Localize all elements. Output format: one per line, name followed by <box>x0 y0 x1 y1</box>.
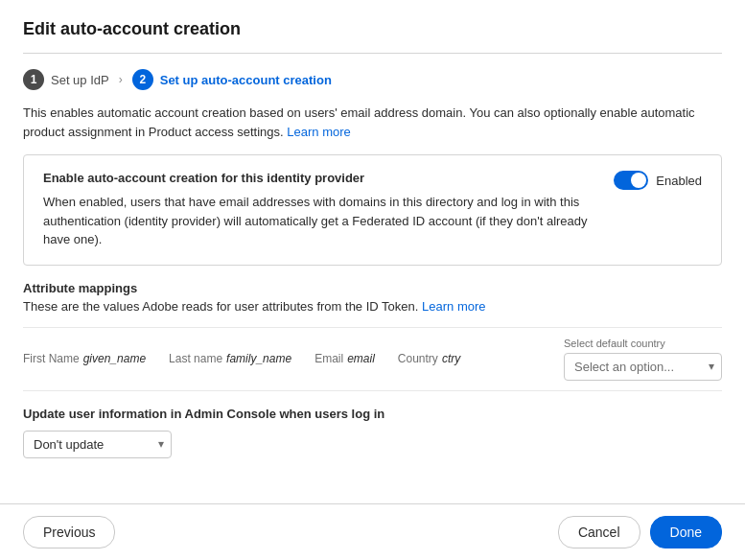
description-learn-more-link[interactable]: Learn more <box>287 125 350 139</box>
enable-toggle[interactable] <box>614 171 648 190</box>
attr-country-label: Country <box>398 352 438 365</box>
toggle-container: Enabled <box>614 171 702 190</box>
attr-email-label: Email <box>314 352 343 365</box>
step-1-circle: 1 <box>23 69 44 90</box>
page-title: Edit auto-account creation <box>23 19 722 39</box>
page-container: Edit auto-account creation 1 Set up IdP … <box>0 0 745 560</box>
toggle-label: Enabled <box>656 174 702 188</box>
attr-firstname-value: given_name <box>83 352 146 365</box>
country-select-label: Select default country <box>564 338 722 349</box>
attribute-mappings-section: Attribute mappings These are the values … <box>23 281 722 395</box>
country-select-group: Select default country Select an option.… <box>564 338 722 381</box>
attr-country-value: ctry <box>442 352 460 365</box>
step-2: 2 Set up auto-account creation <box>132 69 332 90</box>
step-2-circle: 2 <box>132 69 153 90</box>
enable-card-content: Enable auto-account creation for this id… <box>43 171 599 249</box>
attr-firstname: First Name given_name <box>23 352 146 365</box>
attribute-row: First Name given_name Last name family_n… <box>23 327 722 391</box>
attr-firstname-label: First Name <box>23 352 80 365</box>
cancel-button[interactable]: Cancel <box>558 516 640 548</box>
dont-update-select-wrapper: Don't update Update ▾ <box>23 431 172 458</box>
stepper-chevron-icon: › <box>119 73 123 86</box>
attribute-mappings-learn-more-link[interactable]: Learn more <box>422 299 485 314</box>
footer: Previous Cancel Done <box>0 503 745 560</box>
update-dropdown[interactable]: Don't update Update <box>23 431 172 458</box>
attribute-mappings-title: Attribute mappings <box>23 281 722 295</box>
step-1-label: Set up IdP <box>51 73 109 87</box>
update-section-title: Update user information in Admin Console… <box>23 407 722 421</box>
attr-email-value: email <box>347 352 375 365</box>
footer-right: Cancel Done <box>558 516 722 548</box>
step-2-label: Set up auto-account creation <box>160 73 332 87</box>
attr-lastname-label: Last name <box>169 352 222 365</box>
step-1: 1 Set up IdP <box>23 69 109 90</box>
enable-card-body: When enabled, users that have email addr… <box>43 193 599 249</box>
attr-lastname-value: family_name <box>226 352 291 365</box>
country-select-wrapper: Select an option... ▾ <box>564 353 722 381</box>
enable-card-title: Enable auto-account creation for this id… <box>43 171 599 185</box>
attr-lastname: Last name family_name <box>169 352 291 365</box>
enable-card-header: Enable auto-account creation for this id… <box>43 171 702 249</box>
divider-title <box>23 53 722 54</box>
previous-button[interactable]: Previous <box>23 516 115 548</box>
attr-email: Email email <box>314 352 375 365</box>
enable-card: Enable auto-account creation for this id… <box>23 154 722 266</box>
attr-country: Country ctry <box>398 352 460 365</box>
update-section: Update user information in Admin Console… <box>23 407 722 458</box>
stepper: 1 Set up IdP › 2 Set up auto-account cre… <box>23 69 722 90</box>
country-select[interactable]: Select an option... <box>564 353 722 381</box>
done-button[interactable]: Done <box>650 516 722 548</box>
attribute-mappings-desc: These are the values Adobe reads for use… <box>23 299 722 314</box>
description-text: This enables automatic account creation … <box>23 104 722 141</box>
